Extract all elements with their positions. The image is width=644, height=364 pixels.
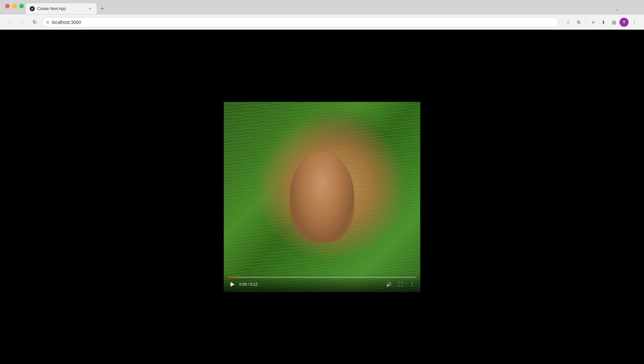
play-icon [231,282,234,287]
more-options-button[interactable]: ⋮ [630,18,639,27]
tab-chevron-icon[interactable]: ˅ [616,9,618,14]
active-tab[interactable]: ● Create Next App ✕ [26,3,97,14]
time-display: 0:00 / 0:12 [239,282,258,287]
play-button[interactable] [228,280,237,289]
nav-divider [586,19,586,25]
bookmark-icon: ☆ [566,20,571,25]
tab-favicon: ● [30,6,35,11]
window-close-button[interactable] [5,4,10,8]
reload-button[interactable]: ↻ [30,17,39,27]
fullscreen-button[interactable]: ⛶ [396,280,405,289]
profile-initial: Y [623,20,626,25]
address-bar[interactable]: ⊙ localhost:3000 [42,17,559,27]
video-controls: 0:00 / 0:12 🔊 ⛶ ⋮ [224,274,420,292]
forward-icon: › [21,19,23,25]
sidebar-button[interactable]: ▤ [609,18,618,27]
video-controls-row: 0:00 / 0:12 🔊 ⛶ ⋮ [228,280,416,289]
forward-button[interactable]: › [17,17,27,27]
settings-button[interactable]: ≡ [589,18,598,27]
tab-close-button[interactable]: ✕ [88,6,93,11]
volume-icon: 🔊 [386,282,392,287]
fullscreen-icon: ⛶ [398,282,402,287]
nav-bar: ‹ › ↻ ⊙ localhost:3000 ☆ ⧉ ≡ ⬇ [0,14,644,30]
volume-button[interactable]: 🔊 [384,280,393,289]
bookmark-button[interactable]: ☆ [564,18,573,27]
window-minimize-button[interactable] [12,4,17,8]
window-controls [5,4,24,8]
window-maximize-button[interactable] [19,4,24,8]
video-scene [224,102,420,292]
video-thumbnail [224,102,420,292]
reload-icon: ↻ [33,19,37,25]
sidebar-icon: ▤ [612,20,616,25]
page-content: 0:00 / 0:12 🔊 ⛶ ⋮ [0,30,644,364]
new-tab-button[interactable]: + [98,4,107,13]
extensions-button[interactable]: ⧉ [574,18,583,27]
video-player[interactable]: 0:00 / 0:12 🔊 ⛶ ⋮ [224,102,420,292]
video-progress-bar[interactable] [228,277,416,278]
back-icon: ‹ [9,19,11,25]
video-progress-fill [228,277,233,278]
extensions-icon: ⧉ [577,19,580,25]
back-button[interactable]: ‹ [5,17,15,27]
address-text: localhost:3000 [52,20,554,25]
lock-icon: ⊙ [46,20,49,25]
more-options-button[interactable]: ⋮ [407,280,416,289]
browser-chrome: ● Create Next App ✕ + ˅ ‹ › ↻ ⊙ localhos… [0,0,644,30]
profile-button[interactable]: Y [620,18,629,27]
more-video-icon: ⋮ [410,282,414,287]
tab-title: Create Next App [37,6,85,11]
settings-icon: ≡ [592,20,594,25]
download-icon: ⬇ [601,20,605,25]
more-icon: ⋮ [632,20,637,25]
nav-right-actions: ☆ ⧉ ≡ ⬇ ▤ Y ⋮ [564,18,639,27]
tab-bar: ● Create Next App ✕ + ˅ [0,0,644,14]
download-button[interactable]: ⬇ [599,18,608,27]
